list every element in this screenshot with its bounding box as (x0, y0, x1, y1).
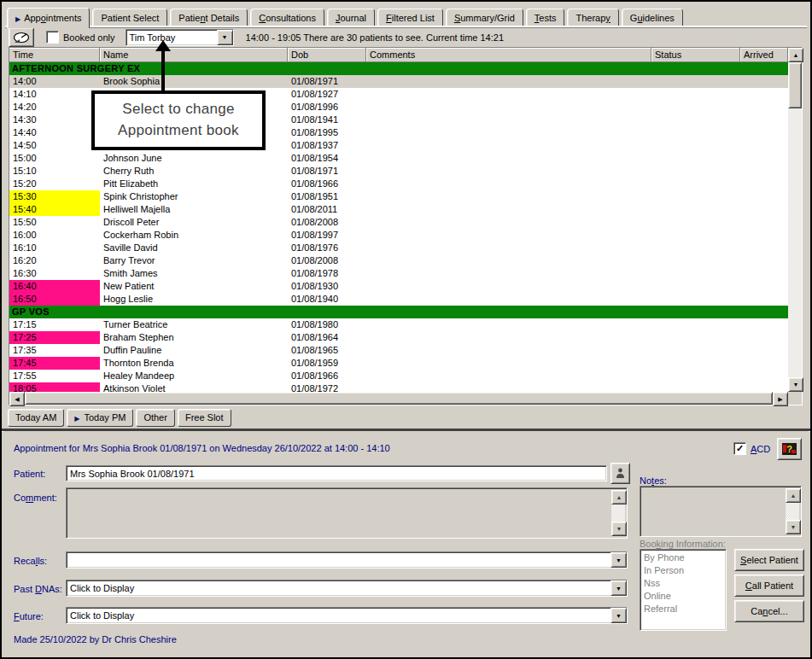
cell-dob: 01/08/1940 (288, 293, 366, 306)
column-header-arrived[interactable]: Arrived (740, 48, 788, 61)
tab-guidelines[interactable]: Guidelines (622, 9, 683, 26)
table-row[interactable]: 16:00Cockerham Robin01/08/1997 (9, 229, 788, 242)
cell-dob: 01/08/1930 (288, 280, 366, 293)
cell-time: 17:45 (9, 357, 100, 370)
cell-name: Saville David (100, 242, 288, 254)
recalls-dropdown[interactable]: ▼ (66, 551, 628, 569)
table-row[interactable]: 15:30Spink Christopher01/08/1951 (9, 190, 788, 203)
cell-time: 16:00 (9, 229, 100, 242)
patient-field[interactable]: Mrs Sophia Brook 01/08/1971 (66, 465, 607, 481)
table-row[interactable]: 17:25Braham Stephen01/08/1964 (9, 331, 788, 344)
horizontal-scrollbar[interactable]: ◀ ▶ (9, 392, 788, 405)
cell-status (651, 203, 740, 216)
table-row[interactable]: 16:20Barry Trevor01/08/2008 (9, 254, 788, 267)
table-row[interactable]: 14:00Brook Sophia01/08/1971 (9, 75, 788, 88)
table-row[interactable]: 17:35Duffin Pauline01/08/1965 (9, 344, 788, 357)
cell-status (651, 254, 740, 267)
column-header-dob[interactable]: Dob (288, 48, 366, 61)
table-row[interactable]: 16:50Hogg Leslie01/08/1940 (9, 293, 788, 306)
scroll-left-icon[interactable]: ◀ (9, 392, 25, 406)
tab-filtered-list[interactable]: Filtered List (377, 9, 443, 26)
chevron-down-icon[interactable]: ▼ (610, 552, 627, 568)
table-row[interactable]: 15:40Helliwell Majella01/08/2011 (9, 203, 788, 216)
session-tab-label: Other (143, 412, 167, 423)
gauge-button[interactable] (9, 27, 34, 47)
table-row[interactable]: 17:15Turner Beatrice01/08/1980 (9, 318, 788, 331)
table-row[interactable]: 15:10Cherry Ruth01/08/1971 (9, 165, 788, 178)
cell-time: 14:10 (9, 88, 100, 101)
acd-checkbox[interactable]: ✓ (733, 442, 746, 455)
cancel-button[interactable]: Cancel... (734, 600, 804, 622)
cell-name: Turner Beatrice (100, 318, 288, 331)
scroll-down-icon: ▼ (611, 522, 627, 536)
patient-details-button[interactable] (610, 463, 630, 484)
active-tab-arrow-icon: ▶ (74, 415, 79, 423)
table-row[interactable]: 16:40New Patient01/08/1930 (9, 280, 788, 293)
session-tab-label: Today AM (15, 412, 56, 423)
vertical-scrollbar[interactable]: ▲ ▼ (788, 48, 802, 392)
chevron-down-icon[interactable]: ▼ (610, 608, 627, 623)
future-dropdown[interactable]: Click to Display ▼ (66, 607, 628, 624)
session-tab-today-pm[interactable]: ▶Today PM (67, 409, 133, 427)
session-tab-free-slot[interactable]: Free Slot (178, 409, 231, 427)
cell-arrived (740, 229, 788, 242)
scroll-up-icon: ▲ (611, 490, 627, 504)
tab-patient-select[interactable]: Patient Select (92, 9, 167, 26)
acd-help-button[interactable]: ? (777, 438, 802, 460)
cell-dob: 01/08/1971 (288, 165, 366, 178)
horizontal-scrollbar-thumb[interactable] (25, 392, 773, 405)
column-header-status[interactable]: Status (651, 48, 740, 61)
chevron-down-icon[interactable]: ▼ (610, 580, 627, 596)
tab-tests[interactable]: Tests (526, 9, 565, 26)
cell-arrived (740, 75, 788, 88)
call-patient-button[interactable]: Call Patient (734, 574, 804, 597)
scroll-up-icon[interactable]: ▲ (788, 48, 803, 62)
column-header-name[interactable]: Name (100, 48, 288, 61)
table-row[interactable]: 16:30Smith James01/08/1978 (9, 267, 788, 280)
booking-option-by-phone: By Phone (644, 551, 722, 564)
table-row[interactable]: 18:05Atkinson Violet01/08/1972 (9, 382, 788, 392)
cell-dob: 01/08/1951 (288, 190, 366, 203)
table-row[interactable]: 16:10Saville David01/08/1976 (9, 242, 788, 254)
cell-arrived (740, 216, 788, 229)
tab-appointments[interactable]: ▶Appointments (7, 8, 90, 28)
table-row[interactable]: 15:50Driscoll Peter01/08/2008 (9, 216, 788, 229)
notes-label: Notes: (640, 475, 667, 486)
cell-status (651, 280, 740, 293)
table-row[interactable]: 17:45Thornton Brenda01/08/1959 (9, 357, 788, 370)
column-header-time[interactable]: Time (9, 48, 100, 61)
chevron-down-icon[interactable]: ▼ (217, 30, 233, 45)
tab-summary-grid[interactable]: Summary/Grid (446, 9, 523, 26)
tab-therapy[interactable]: Therapy (567, 9, 618, 26)
booked-only-checkbox[interactable] (46, 31, 59, 44)
vertical-scrollbar-track[interactable] (788, 108, 802, 377)
cell-comments (366, 190, 651, 203)
cell-time: 14:20 (9, 101, 100, 114)
scroll-down-icon[interactable]: ▼ (788, 377, 803, 392)
column-header-comments[interactable]: Comments (366, 48, 651, 61)
select-patient-button[interactable]: Select Patient (734, 549, 804, 571)
scroll-right-icon[interactable]: ▶ (773, 392, 788, 406)
comment-textarea: ▲ ▼ (66, 487, 628, 539)
cell-status (651, 178, 740, 190)
session-tab-other[interactable]: Other (136, 409, 175, 427)
tab-consultations[interactable]: Consultations (250, 9, 324, 26)
tab-journal[interactable]: Journal (327, 9, 375, 26)
cell-comments (366, 293, 651, 306)
tab-patient-details[interactable]: Patient Details (170, 9, 248, 26)
past-dnas-dropdown[interactable]: Click to Display ▼ (66, 580, 628, 597)
cell-status (651, 370, 740, 382)
table-row[interactable]: 17:55Healey Mandeep01/08/1966 (9, 370, 788, 382)
vertical-scrollbar-thumb[interactable] (788, 62, 802, 108)
table-row[interactable]: 15:20Pitt Elizabeth01/08/1966 (9, 178, 788, 190)
cell-comments (366, 229, 651, 242)
cell-dob: 01/08/2008 (288, 254, 366, 267)
session-tab-today-am[interactable]: Today AM (8, 409, 64, 427)
cell-time: 14:00 (9, 75, 100, 88)
cell-time: 16:50 (9, 293, 100, 306)
table-row[interactable]: 15:00Johnson June01/08/1954 (9, 152, 788, 165)
appointment-book-selector[interactable]: Tim Torbay ▼ (126, 29, 234, 46)
tab-label-post: ests (539, 13, 556, 23)
cell-arrived (740, 382, 788, 392)
cell-arrived (740, 203, 788, 216)
